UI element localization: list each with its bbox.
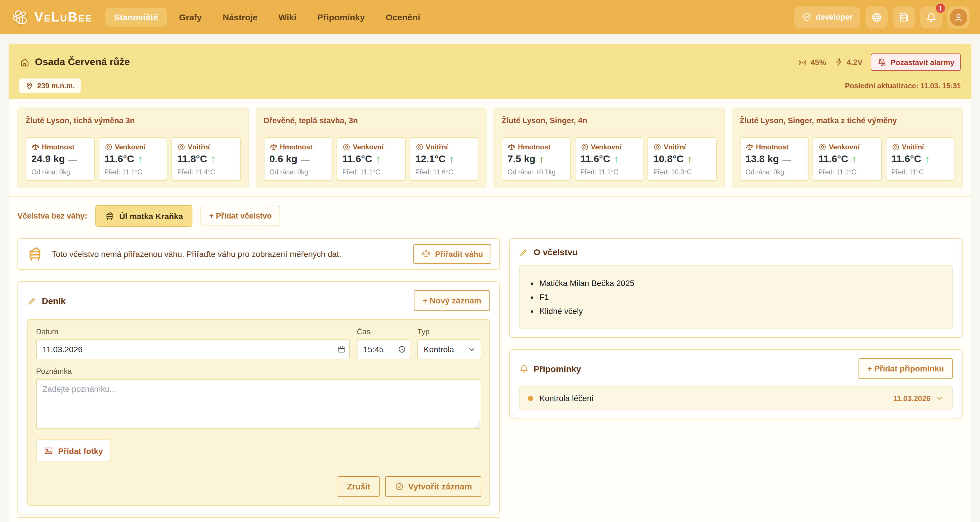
avatar [950,8,967,26]
trend-indicator: ↑ [375,154,381,164]
bee-logo-icon [11,7,30,27]
day-tabs-panel: st 11. čt 12. pá 13. so 14. ne 15. [18,517,500,522]
check-circle-icon [395,482,404,491]
pencil-icon [519,247,529,257]
diary-card: Deník + Nový záznam Datum [18,281,500,514]
add-reminder-button[interactable]: + Přidat připomínku [859,358,953,379]
hive-icon [105,211,115,221]
bell-icon [519,364,529,374]
metric-indoor-temp: Vnitřní 11.8°C↑ Před: 11.4°C [172,137,240,181]
news-icon [898,11,910,23]
hive-card[interactable]: Žluté Lyson, Singer, 4n Hmotnost 7.5 kg↑… [493,108,724,188]
nav-item-pripominky[interactable]: Připomínky [309,8,374,27]
create-record-button[interactable]: Vytvořit záznam [385,476,481,497]
main-content: Žluté Lyson, tichá výměna 3n Hmotnost 24… [9,99,971,522]
hive-name: Dřevěné, teplá stavba, 3n [264,116,478,125]
brand-wordmark: VeLuBee [34,9,92,25]
nav-item-oceneni[interactable]: Ocenění [377,8,429,27]
page-title: Osada Červená růže [35,56,130,68]
assign-scale-button[interactable]: Přiřadit váhu [414,244,491,264]
trend-indicator: ↑ [851,154,857,164]
flame-icon [653,143,662,151]
reminder-text: Kontrola léčeni [539,393,893,403]
divider [740,131,955,131]
trend-indicator: — [68,155,77,164]
hive-name: Žluté Lyson, Singer, 4n [502,116,716,125]
about-item: Klidné včely [539,306,943,316]
reminder-item[interactable]: Kontrola léčeni 11.03.2026 [519,386,953,411]
trend-indicator: — [301,155,310,164]
new-record-button[interactable]: + Nový záznam [414,290,490,311]
metric-outdoor-temp: Venkovní 11.6°C↑ Před: 11.1°C [337,137,406,181]
hive-chip-ul-matka-kranka[interactable]: Úl matka Kraňka [95,205,192,227]
user-icon [953,12,964,22]
hive-card[interactable]: Dřevěné, teplá stavba, 3n Hmotnost 0.6 k… [256,108,487,188]
trend-indicator: ↑ [539,154,544,164]
trend-indicator: ↑ [210,154,216,164]
note-textarea[interactable] [36,379,481,429]
bell-icon [925,11,937,23]
columns: Toto včelstvo nemá přiřazenou váhu. Přiř… [18,238,963,522]
add-hive-button[interactable]: + Přidat včelstvo [200,206,280,226]
scale-icon [508,143,515,151]
hive-cards-row: Žluté Lyson, tichá výměna 3n Hmotnost 24… [18,108,963,188]
developer-badge[interactable]: developer [794,6,860,28]
metric-indoor-temp: Vnitřní 10.8°C↑ Před: 10.3°C [648,137,716,181]
divider [264,131,478,131]
brand-logo[interactable]: VeLuBee [11,7,92,27]
metric-outdoor-temp: Venkovní 11.6°C↑ Před: 11.1°C [99,137,167,181]
reminders-title: Připomínky [519,364,581,374]
news-button[interactable] [893,6,915,28]
no-scale-notice: Toto včelstvo nemá přiřazenou váhu. Přiř… [18,238,500,270]
notifications-button[interactable]: 1 [920,6,942,28]
hive-card[interactable]: Žluté Lyson, tichá výměna 3n Hmotnost 24… [18,108,248,188]
cancel-button[interactable]: Zrušit [338,476,380,497]
chevron-down-icon[interactable] [935,393,944,403]
metric-outdoor-temp: Venkovní 11.6°C↑ Před: 11.1°C [574,137,643,181]
nav-item-nastroje[interactable]: Nástroje [214,8,266,27]
metric-weight: Hmotnost 13.8 kg— Od rána: 0kg [740,137,808,181]
developer-badge-label: developer [816,13,853,22]
scale-icon [32,143,40,151]
flame-icon [818,143,827,151]
map-pin-icon [25,81,34,90]
metric-indoor-temp: Vnitřní 11.6°C↑ Před: 11°C [886,137,955,181]
voltage-value: 4.2V [846,58,863,67]
site-banner: Osada Červená růže 45% 4.2V Pozastavit a… [9,44,971,99]
left-column: Toto včelstvo nemá přiřazenou váhu. Přiř… [18,238,500,522]
time-label: Čas [357,327,410,336]
nav-item-wiki[interactable]: Wiki [270,8,305,27]
scale-icon [746,143,754,151]
time-input[interactable] [357,339,410,359]
add-photos-button[interactable]: Přidat fotky [36,439,110,462]
hive-chip-label: Úl matka Kraňka [119,211,183,221]
profile-button[interactable] [947,6,969,28]
create-record-label: Vytvořit záznam [408,482,472,491]
trend-indicator: ↑ [449,154,454,164]
image-icon [44,446,54,456]
type-select[interactable]: Kontrola [417,339,481,359]
hive-card[interactable]: Žluté Lyson, Singer, matka z tiché výměn… [732,108,963,188]
about-colony-card: O včelstvu Matička Milan Bečka 2025 F1 K… [509,238,963,338]
trend-indicator: ↑ [687,154,692,164]
language-button[interactable] [865,6,888,28]
divider [502,131,716,131]
navbar-actions: developer 1 [794,6,969,28]
scale-icon [269,143,278,151]
trend-indicator: ↑ [614,154,619,164]
flame-icon [104,143,113,151]
flame-icon [415,143,423,151]
type-selected-value: Kontrola [424,345,454,354]
nav-item-grafy[interactable]: Grafy [170,8,210,27]
metric-weight: Hmotnost 7.5 kg↑ Od rána: +0.1kg [502,137,571,181]
section-divider [9,196,971,197]
pause-alarms-button[interactable]: Pozastavit alarmy [871,54,961,71]
top-gap [0,34,980,44]
date-input[interactable] [36,339,350,359]
about-item: Matička Milan Bečka 2025 [539,279,943,288]
nav-item-stanoviste[interactable]: Stanoviště [105,8,167,27]
flame-icon [891,143,899,151]
trend-indicator: ↑ [137,154,143,164]
last-update: Poslední aktualizace: 11.03. 15:31 [845,82,961,90]
flame-icon [581,143,589,151]
